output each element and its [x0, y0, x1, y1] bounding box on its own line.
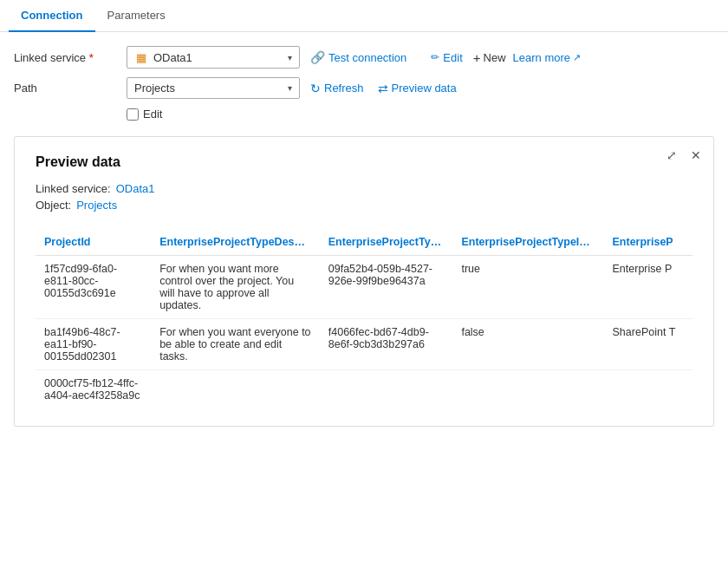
linked-service-label: Linked service * — [14, 51, 118, 64]
table-row: 0000cf75-fb12-4ffc-a404-aec4f3258a9c — [36, 370, 692, 409]
edit-checkbox-label: Edit — [143, 108, 162, 121]
data-table: ProjectId EnterpriseProjectTypeDescripti… — [36, 229, 692, 408]
cell-typeid-1: f4066fec-bd67-4db9-8e6f-9cb3d3b297a6 — [320, 319, 453, 370]
col-header-projectid: ProjectId — [36, 229, 151, 256]
path-row: Path Projects ▾ ↻ Refresh ⇄ Preview data — [14, 77, 714, 99]
col-header-typeid: EnterpriseProjectTypeId — [320, 229, 453, 256]
tab-bar: Connection Parameters — [0, 0, 728, 32]
cell-enterprise-0: Enterprise P — [604, 256, 692, 319]
edit-checkbox[interactable] — [127, 108, 139, 121]
col-header-desc: EnterpriseProjectTypeDescription — [151, 229, 320, 256]
path-value: Projects — [134, 82, 283, 95]
expand-icon: ⤢ — [666, 148, 677, 162]
meta-object-row: Object: Projects — [36, 199, 692, 212]
refresh-button[interactable]: ↻ Refresh — [307, 80, 367, 97]
cell-projectid-2: 0000cf75-fb12-4ffc-a404-aec4f3258a9c — [36, 370, 151, 409]
learn-more-link[interactable]: Learn more ↗ — [513, 51, 581, 64]
path-dropdown[interactable]: Projects ▾ — [127, 77, 300, 99]
cell-isdefault-2 — [452, 370, 603, 409]
cell-typeid-2 — [320, 370, 453, 409]
plus-icon: + — [473, 50, 481, 65]
panel-controls: ⤢ ✕ — [663, 146, 705, 165]
preview-data-icon: ⇄ — [378, 82, 388, 95]
preview-data-button[interactable]: ⇄ Preview data — [374, 80, 460, 97]
path-chevron-icon: ▾ — [288, 83, 292, 93]
path-label: Path — [14, 82, 118, 95]
expand-button[interactable]: ⤢ — [663, 146, 680, 165]
preview-title: Preview data — [36, 154, 692, 170]
form-area: Linked service * ▦ OData1 ▾ 🔗 Test conne… — [0, 32, 728, 127]
cell-desc-2 — [151, 370, 320, 409]
table-row: 1f57cd99-6fa0-e811-80cc-00155d3c691e For… — [36, 256, 692, 319]
cell-desc-1: For when you want everyone to be able to… — [151, 319, 320, 370]
test-connection-icon: 🔗 — [310, 50, 325, 64]
linked-service-controls: ▦ OData1 ▾ 🔗 Test connection ✏ Edit + Ne… — [127, 46, 581, 69]
preview-meta: Linked service: OData1 Object: Projects — [36, 182, 692, 215]
cell-enterprise-2 — [604, 370, 692, 409]
linked-service-row: Linked service * ▦ OData1 ▾ 🔗 Test conne… — [14, 46, 714, 69]
cell-isdefault-0: true — [452, 256, 603, 319]
new-button[interactable]: + New — [473, 50, 506, 65]
cell-typeid-0: 09fa52b4-059b-4527-926e-99f9be96437a — [320, 256, 453, 319]
preview-panel: ⤢ ✕ Preview data Linked service: OData1 … — [14, 136, 714, 427]
linked-service-value: OData1 — [153, 51, 283, 64]
table-row: ba1f49b6-48c7-ea11-bf90-00155dd02301 For… — [36, 319, 692, 370]
tab-parameters[interactable]: Parameters — [95, 0, 178, 32]
cell-isdefault-1: false — [452, 319, 603, 370]
col-header-isdefault: EnterpriseProjectTypeIsDefault — [452, 229, 603, 256]
test-connection-button[interactable]: 🔗 Test connection — [307, 49, 410, 66]
edit-pencil-icon: ✏ — [431, 51, 439, 63]
col-header-enterprise: EnterpriseP — [604, 229, 692, 256]
meta-linked-service-row: Linked service: OData1 — [36, 182, 692, 195]
refresh-icon: ↻ — [310, 82, 321, 95]
cell-desc-0: For when you want more control over the … — [151, 256, 320, 319]
meta-object-label: Object: — [36, 199, 71, 212]
linked-service-icon: ▦ — [134, 50, 148, 64]
close-icon: ✕ — [691, 148, 701, 162]
close-button[interactable]: ✕ — [687, 146, 705, 165]
edit-linked-service-button[interactable]: ✏ Edit — [427, 49, 465, 66]
path-controls: Projects ▾ ↻ Refresh ⇄ Preview data — [127, 77, 460, 99]
chevron-down-icon: ▾ — [288, 53, 292, 62]
table-header-row: ProjectId EnterpriseProjectTypeDescripti… — [36, 229, 692, 256]
edit-checkbox-row: Edit — [127, 108, 714, 121]
linked-service-dropdown[interactable]: ▦ OData1 ▾ — [127, 46, 300, 69]
cell-enterprise-1: SharePoint T — [604, 319, 692, 370]
meta-linked-service-label: Linked service: — [36, 182, 111, 195]
meta-linked-service-value: OData1 — [116, 182, 155, 195]
external-link-icon: ↗ — [573, 52, 581, 63]
tab-connection[interactable]: Connection — [9, 0, 95, 32]
cell-projectid-0: 1f57cd99-6fa0-e811-80cc-00155d3c691e — [36, 256, 151, 319]
cell-projectid-1: ba1f49b6-48c7-ea11-bf90-00155dd02301 — [36, 319, 151, 370]
meta-object-value: Projects — [76, 199, 117, 212]
